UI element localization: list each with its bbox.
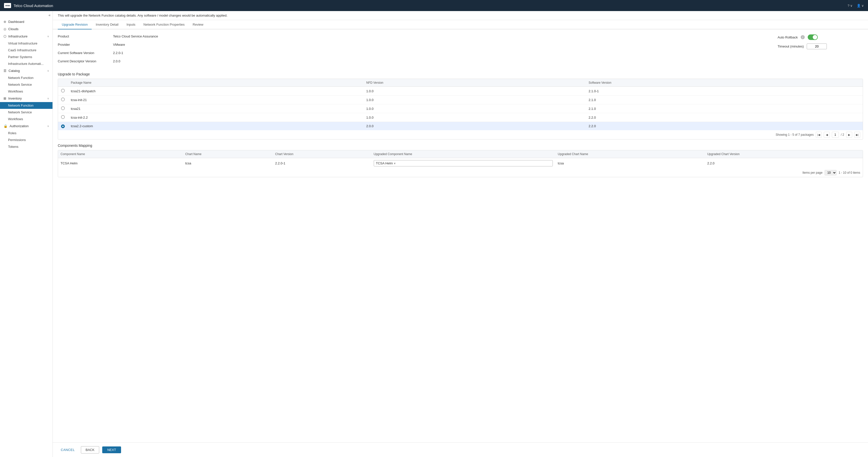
sidebar-item-catalog-network-function[interactable]: Network Function — [0, 75, 53, 81]
sidebar-group-authorization[interactable]: 🔒 Authorization ∨ — [0, 122, 53, 130]
dashboard-icon: ⊕ — [3, 20, 6, 24]
help-button[interactable]: ?∨ — [848, 4, 853, 7]
next-button[interactable]: NEXT — [102, 447, 121, 453]
sidebar-item-catalog-network-service[interactable]: Network Service — [0, 81, 53, 88]
sub-item-label: Network Service — [8, 110, 32, 114]
components-table: Component Name Chart Name Chart Version … — [58, 150, 863, 168]
top-nav: vmw Telco Cloud Automation ?∨ 👤∨ — [0, 0, 868, 11]
col-radio — [58, 79, 68, 87]
sidebar-item-inventory-workflows[interactable]: Workflows — [0, 116, 53, 122]
tab-inputs[interactable]: Inputs — [123, 20, 140, 29]
tab-upgrade-revision[interactable]: Upgrade Revision — [58, 20, 92, 29]
table-row: TCSA Helm tcsa 2.2.0-1 TCSA Helm ∨ tcsa … — [58, 158, 863, 169]
sub-item-label: Workflows — [8, 117, 23, 121]
upgraded-chart-version-cell: 2.2.0 — [705, 158, 863, 169]
items-per-page-label: Items per page — [802, 171, 823, 174]
upgraded-component-name-cell[interactable]: TCSA Helm ∨ — [371, 158, 555, 169]
sidebar-item-roles[interactable]: Roles — [0, 130, 53, 137]
pkg-first-page-button[interactable]: |◀ — [816, 132, 822, 138]
chevron-down-icon: ∨ — [47, 69, 49, 72]
action-bar: CANCEL BACK NEXT — [53, 442, 868, 457]
chart-version-cell: 2.2.0-1 — [273, 158, 371, 169]
package-pagination: Showing 1 - 5 of 7 packages |◀ ◀ / 2 ▶ ▶… — [58, 130, 863, 139]
tab-review[interactable]: Review — [189, 20, 208, 29]
chevron-down-icon: ∨ — [47, 97, 49, 100]
table-row[interactable]: tcsa2.2-custom 2.0.0 2.2.0 — [58, 122, 863, 131]
col-upgraded-chart-name: Upgraded Chart Name — [555, 150, 705, 158]
provider-row: Provider VMware — [58, 43, 778, 47]
comp-pagination: Items per page 10 20 50 1 - 10 of 0 item… — [58, 168, 863, 177]
group-label: Inventory — [8, 96, 22, 100]
nfd-version-cell: 1.0.0 — [363, 104, 585, 113]
sidebar-item-virtual-infrastructure[interactable]: Virtual Infrastructure — [0, 40, 53, 47]
pkg-page-input[interactable] — [832, 132, 839, 138]
sidebar-item-inventory-network-service[interactable]: Network Service — [0, 109, 53, 116]
table-row[interactable]: tcsa-init-2.2 1.0.0 2.2.0 — [58, 113, 863, 122]
app-title: Telco Cloud Automation — [13, 3, 848, 8]
col-component-name: Component Name — [58, 150, 183, 158]
user-menu-button[interactable]: 👤∨ — [857, 4, 864, 7]
table-row[interactable]: tcsa-init-21 1.0.0 2.1.0 — [58, 95, 863, 104]
sidebar-item-inventory-network-function[interactable]: Network Function — [0, 102, 53, 109]
table-row[interactable]: tcsa21-dishpatch 1.0.0 2.1.0-1 — [58, 87, 863, 95]
radio-button[interactable] — [61, 106, 65, 110]
sidebar-item-partner-systems[interactable]: Partner Systems — [0, 54, 53, 60]
sub-item-label: Permissions — [8, 138, 26, 142]
radio-button[interactable] — [61, 124, 65, 128]
software-version-cell: 2.1.0-1 — [585, 87, 863, 95]
pkg-name-cell: tcsa21-dishpatch — [68, 87, 363, 95]
sidebar-group-inventory[interactable]: ⊞ Inventory ∨ — [0, 95, 53, 102]
pkg-last-page-button[interactable]: ▶| — [854, 132, 860, 138]
sidebar-item-permissions[interactable]: Permissions — [0, 137, 53, 143]
pkg-name-cell: tcsa-init-2.2 — [68, 113, 363, 122]
col-chart-name: Chart Name — [183, 150, 273, 158]
software-version-cell: 2.1.0 — [585, 95, 863, 104]
pkg-next-page-button[interactable]: ▶ — [846, 132, 852, 138]
vmw-logo: vmw — [4, 3, 11, 8]
pkg-name-cell: tcsa-init-21 — [68, 95, 363, 104]
sidebar-group-infrastructure[interactable]: ⬡ Infrastructure ∨ — [0, 33, 53, 40]
sub-item-label: Partner Systems — [8, 55, 32, 59]
group-label: Catalog — [8, 69, 20, 73]
tab-bar: Upgrade Revision Inventory Detail Inputs… — [53, 20, 868, 29]
chevron-down-icon: ∨ — [394, 162, 396, 165]
sub-item-label: Infrastructure Automati... — [8, 62, 44, 66]
tab-nf-properties[interactable]: Network Function Properties — [140, 20, 189, 29]
software-version-cell: 2.1.0 — [585, 104, 863, 113]
sidebar-item-infra-automation[interactable]: Infrastructure Automati... — [0, 60, 53, 67]
auto-rollback-toggle[interactable] — [808, 34, 818, 40]
info-banner: This will upgrade the Network Function c… — [53, 11, 868, 20]
sidebar-item-catalog-workflows[interactable]: Workflows — [0, 88, 53, 95]
sub-item-label: Network Function — [8, 104, 33, 107]
sidebar-group-catalog[interactable]: ☰ Catalog ∨ — [0, 67, 53, 75]
timeout-input[interactable] — [807, 44, 827, 49]
sidebar-item-clouds[interactable]: ◎ Clouds — [0, 25, 53, 33]
software-version-cell: 2.2.0 — [585, 113, 863, 122]
timeout-row: Timeout (minutes) — [778, 44, 863, 49]
sidebar-item-dashboard[interactable]: ⊕ Dashboard — [0, 18, 53, 25]
tab-inventory-detail[interactable]: Inventory Detail — [92, 20, 122, 29]
pkg-showing-text: Showing 1 - 5 of 7 packages — [776, 133, 813, 137]
sub-item-label: Virtual Infrastructure — [8, 41, 37, 45]
cancel-button[interactable]: CANCEL — [58, 447, 78, 453]
sidebar-item-tokens[interactable]: Tokens — [0, 143, 53, 150]
sidebar-item-label: Dashboard — [8, 20, 24, 24]
radio-button[interactable] — [61, 89, 65, 92]
software-version-cell: 2.2.0 — [585, 122, 863, 131]
catalog-icon: ☰ — [3, 69, 6, 73]
back-button[interactable]: BACK — [81, 446, 99, 454]
sub-item-label: CaaS Infrastructure — [8, 48, 36, 52]
table-row[interactable]: tcsa21 1.0.0 2.1.0 — [58, 104, 863, 113]
sidebar-item-caas-infrastructure[interactable]: CaaS Infrastructure — [0, 47, 53, 54]
sidebar-collapse-button[interactable]: « — [49, 13, 51, 17]
auto-rollback-info-icon[interactable]: i — [801, 35, 805, 39]
pkg-prev-page-button[interactable]: ◀ — [824, 132, 830, 138]
col-chart-version: Chart Version — [273, 150, 371, 158]
upgraded-component-dropdown[interactable]: TCSA Helm ∨ — [374, 160, 553, 166]
radio-button[interactable] — [61, 97, 65, 101]
items-per-page-select[interactable]: 10 20 50 — [825, 170, 837, 175]
comp-pagination-text: 1 - 10 of 0 items — [839, 171, 860, 174]
radio-button[interactable] — [61, 115, 65, 119]
product-row: Product Telco Cloud Service Assurance — [58, 34, 778, 38]
pkg-name-cell: tcsa2.2-custom — [68, 122, 363, 131]
